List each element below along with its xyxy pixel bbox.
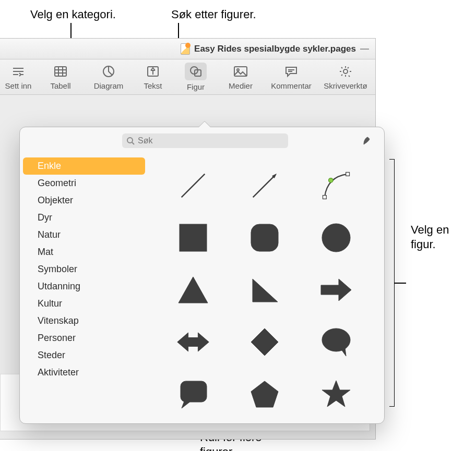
toolbar-chart[interactable]: Diagram	[85, 64, 133, 90]
shape-triangle[interactable]	[175, 272, 211, 308]
toolbar-text[interactable]: Tekst	[133, 64, 173, 90]
category-item-mat[interactable]: Mat	[23, 243, 145, 261]
search-input[interactable]	[138, 136, 284, 145]
category-label: Aktiviteter	[38, 367, 79, 378]
svg-marker-29	[322, 381, 350, 407]
shape-arrow-right[interactable]	[318, 272, 354, 308]
svg-rect-26	[181, 381, 207, 402]
shape-icon	[185, 63, 207, 80]
category-label: Natur	[38, 229, 61, 240]
pen-icon	[362, 135, 373, 147]
search-field[interactable]	[122, 133, 288, 148]
toolbar-label: Tekst	[144, 81, 162, 90]
svg-marker-20	[253, 279, 278, 302]
draw-shape-button[interactable]	[360, 133, 375, 148]
svg-marker-28	[251, 381, 278, 407]
svg-point-8	[127, 138, 133, 143]
callout-search: Søk etter figurer.	[171, 7, 256, 22]
toolbar-label: Medier	[229, 81, 253, 90]
insert-icon	[10, 64, 26, 79]
shape-arrow-both[interactable]	[175, 324, 211, 360]
svg-marker-19	[178, 277, 208, 303]
toolbar: Sett inn Tabell Diagram Tekst Figur	[0, 59, 375, 95]
shape-square[interactable]	[175, 220, 211, 255]
svg-marker-22	[177, 333, 209, 351]
shape-rounded-square[interactable]	[247, 220, 282, 255]
svg-marker-25	[341, 348, 346, 356]
popover-header	[20, 127, 384, 154]
category-label: Kultur	[38, 298, 62, 309]
shape-circle[interactable]	[318, 220, 354, 255]
svg-rect-0	[55, 67, 66, 76]
shapes-popover: Enkle Geometri Objekter Dyr Natur Mat Sy…	[19, 127, 385, 424]
chart-icon	[101, 64, 116, 79]
category-item-steder[interactable]: Steder	[23, 347, 145, 364]
toolbar-writing[interactable]: Skriveverktø	[319, 64, 372, 90]
toolbar-table[interactable]: Tabell	[37, 64, 85, 90]
toolbar-insert[interactable]: Sett inn	[0, 64, 37, 90]
toolbar-label: Figur	[187, 82, 205, 91]
svg-line-11	[253, 176, 275, 198]
category-label: Dyr	[38, 212, 52, 223]
toolbar-label: Kommentar	[271, 81, 312, 90]
shape-right-triangle[interactable]	[247, 272, 282, 308]
document-title: Easy Rides spesialbygde sykler.pages	[194, 44, 356, 54]
category-item-utdanning[interactable]: Utdanning	[23, 278, 145, 295]
category-label: Utdanning	[38, 281, 80, 292]
shape-arrow-line[interactable]	[247, 168, 282, 203]
document-icon	[181, 43, 190, 55]
svg-point-9	[365, 142, 366, 143]
category-item-vitenskap[interactable]: Vitenskap	[23, 312, 145, 330]
toolbar-media[interactable]: Medier	[218, 64, 263, 90]
category-label: Geometri	[38, 178, 76, 189]
toolbar-label: Diagram	[94, 81, 124, 90]
category-item-personer[interactable]: Personer	[23, 330, 145, 347]
title-dash: —	[360, 44, 369, 54]
category-list[interactable]: Enkle Geometri Objekter Dyr Natur Mat Sy…	[20, 154, 145, 423]
svg-rect-14	[346, 173, 349, 176]
category-label: Objekter	[38, 195, 73, 206]
toolbar-comment[interactable]: Kommentar	[263, 64, 319, 90]
svg-line-10	[182, 174, 205, 198]
shape-curve-pen[interactable]	[318, 168, 354, 203]
category-item-symboler[interactable]: Symboler	[23, 261, 145, 278]
category-label: Symboler	[38, 264, 77, 275]
svg-point-24	[322, 328, 350, 351]
svg-rect-17	[251, 224, 278, 251]
svg-point-18	[322, 224, 350, 252]
shape-star[interactable]	[318, 376, 354, 412]
category-label: Personer	[38, 333, 76, 344]
toolbar-label: Skriveverktø	[324, 81, 367, 90]
comment-icon	[283, 64, 299, 79]
text-icon	[145, 64, 161, 79]
category-item-objekter[interactable]: Objekter	[23, 192, 145, 209]
toolbar-label: Tabell	[50, 81, 70, 90]
svg-point-6	[237, 69, 239, 71]
shape-callout-square[interactable]	[175, 376, 211, 412]
shape-diamond[interactable]	[247, 324, 282, 360]
shape-line[interactable]	[175, 168, 211, 203]
svg-point-7	[343, 69, 348, 74]
category-label: Mat	[38, 247, 53, 258]
shape-speech-bubble[interactable]	[318, 324, 354, 360]
svg-marker-23	[251, 328, 278, 356]
callout-bracket	[389, 159, 395, 407]
toolbar-label: Sett inn	[5, 81, 32, 90]
svg-marker-21	[321, 279, 351, 301]
callout-choose-shape: Velg en figur.	[411, 223, 449, 251]
category-item-natur[interactable]: Natur	[23, 226, 145, 243]
callout-choose-category: Velg en kategori.	[30, 7, 116, 22]
category-item-dyr[interactable]: Dyr	[23, 209, 145, 226]
search-icon	[126, 137, 135, 145]
category-item-aktiviteter[interactable]: Aktiviteter	[23, 364, 145, 381]
category-item-geometri[interactable]: Geometri	[23, 175, 145, 192]
toolbar-shape[interactable]: Figur	[173, 63, 218, 91]
category-item-enkle[interactable]: Enkle	[23, 157, 145, 175]
callout-leader	[395, 283, 406, 284]
shape-pentagon[interactable]	[247, 376, 282, 412]
table-icon	[53, 64, 68, 79]
category-item-kultur[interactable]: Kultur	[23, 295, 145, 312]
svg-rect-16	[180, 224, 207, 251]
svg-rect-13	[323, 196, 326, 199]
shape-grid	[145, 154, 384, 423]
